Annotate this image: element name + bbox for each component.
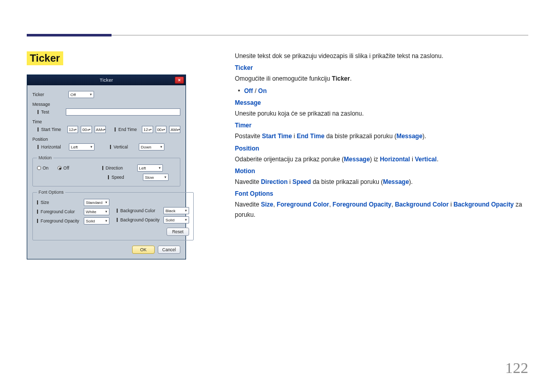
label-ticker: Ticker xyxy=(32,92,68,97)
start-hour-spinner[interactable]: 12▴▾ xyxy=(67,126,78,133)
label-time: Time xyxy=(32,119,68,124)
page-heading: Ticker xyxy=(27,51,63,65)
chevron-down-icon: ▾ xyxy=(159,166,161,170)
p-message: Unesite poruku koja će se prikazati na z… xyxy=(235,109,528,119)
top-divider xyxy=(27,35,528,35)
p-ticker: Omogućite ili onemogućite funkciju Ticke… xyxy=(235,74,528,84)
label-message: Message xyxy=(32,102,68,107)
label-bg-opacity: Background Opacity xyxy=(117,217,160,222)
bullet-off-on: Off / On xyxy=(235,86,528,96)
group-font-options: Font Options SizeStandard▾ Foreground Co… xyxy=(32,190,194,240)
h-motion: Motion xyxy=(235,167,255,175)
label-speed: Speed xyxy=(108,175,134,180)
size-dropdown[interactable]: Standard▾ xyxy=(84,199,109,206)
fg-opacity-dropdown[interactable]: Solid▾ xyxy=(84,217,109,225)
row-message: Test xyxy=(32,107,180,117)
dialog-body: Ticker Off▾ Message Test Time Start Time… xyxy=(27,85,186,259)
legend-motion: Motion xyxy=(37,155,53,160)
h-position: Position xyxy=(235,145,259,152)
page-number: 122 xyxy=(505,359,528,377)
motion-off-radio[interactable]: Off xyxy=(58,165,69,171)
h-timer: Timer xyxy=(235,122,251,129)
horizontal-dropdown[interactable]: Left▾ xyxy=(69,143,95,151)
close-icon[interactable]: × xyxy=(175,77,184,84)
page: Ticker Ticker × Ticker Off▾ Message Test xyxy=(0,0,555,392)
cancel-button[interactable]: Cancel xyxy=(158,246,180,254)
end-min-spinner[interactable]: 00▴▾ xyxy=(156,126,166,133)
label-start-time: Start Time xyxy=(38,127,65,132)
intro-text: Unesite tekst dok se prikazuju videozapi… xyxy=(235,51,528,61)
dialog-footer: OK Cancel xyxy=(32,240,180,254)
chevron-down-icon: ▾ xyxy=(105,219,107,223)
p-motion: Navedite Direction i Speed da biste prik… xyxy=(235,177,528,187)
chevron-down-icon: ▾ xyxy=(90,92,92,97)
label-bg-color: Background Color xyxy=(117,208,160,213)
ticker-dialog: Ticker × Ticker Off▾ Message Test xyxy=(27,74,186,259)
dialog-title: Ticker xyxy=(100,78,113,83)
fg-color-dropdown[interactable]: White▾ xyxy=(84,208,109,215)
direction-dropdown[interactable]: Left▾ xyxy=(137,164,163,172)
end-ampm-spinner[interactable]: AM▴▾ xyxy=(169,126,180,133)
legend-font-options: Font Options xyxy=(37,190,65,195)
label-fg-color: Foreground Color xyxy=(37,209,81,214)
label-end-time: End Time xyxy=(115,127,139,132)
row-position: Horizontal Left▾ Vertical Down▾ xyxy=(32,142,180,152)
label-size: Size xyxy=(37,200,81,205)
message-input[interactable] xyxy=(66,108,180,116)
p-position: Odaberite orijentaciju za prikaz poruke … xyxy=(235,155,528,164)
label-test: Test xyxy=(38,109,66,115)
p-font: Navedite Size, Foreground Color, Foregro… xyxy=(235,200,528,219)
label-direction: Direction xyxy=(102,165,128,171)
ticker-dropdown[interactable]: Off▾ xyxy=(68,91,94,98)
bg-opacity-dropdown[interactable]: Solid▾ xyxy=(163,216,189,223)
vertical-dropdown[interactable]: Down▾ xyxy=(139,143,164,151)
dialog-titlebar: Ticker × xyxy=(27,75,186,85)
start-min-spinner[interactable]: 00▴▾ xyxy=(81,126,91,133)
right-column: Unesite tekst dok se prikazuju videozapi… xyxy=(230,51,528,259)
h-ticker: Ticker xyxy=(235,64,253,71)
chevron-down-icon: ▾ xyxy=(160,145,162,149)
chevron-down-icon: ▾ xyxy=(90,145,92,149)
start-ampm-spinner[interactable]: AM▴▾ xyxy=(95,126,106,133)
row-ticker: Ticker Off▾ xyxy=(32,89,180,100)
content-area: Ticker Ticker × Ticker Off▾ Message Test xyxy=(27,51,528,259)
label-fg-opacity: Foreground Opacity xyxy=(37,218,81,223)
ok-button[interactable]: OK xyxy=(132,246,155,254)
label-vertical: Vertical xyxy=(110,144,136,150)
label-position: Position xyxy=(32,137,68,142)
p-timer: Postavite Start Time i End Time da biste… xyxy=(235,132,528,141)
chevron-down-icon: ▾ xyxy=(105,210,107,214)
label-horizontal: Horizontal xyxy=(38,144,66,150)
h-message: Message xyxy=(235,99,261,106)
bg-color-dropdown[interactable]: Black▾ xyxy=(163,207,189,214)
h-font: Font Options xyxy=(235,190,273,197)
row-time: Start Time 12▴▾ 00▴▾ AM▴▾ End Time 12▴▾ … xyxy=(32,124,180,135)
end-hour-spinner[interactable]: 12▴▾ xyxy=(142,126,153,133)
speed-dropdown[interactable]: Slow▾ xyxy=(143,174,169,181)
chevron-down-icon: ▾ xyxy=(185,209,187,213)
chevron-down-icon: ▾ xyxy=(105,200,107,204)
reset-button[interactable]: Reset xyxy=(166,228,189,236)
group-motion: Motion On Off Direction Left▾ Speed Slow… xyxy=(32,155,180,186)
chevron-down-icon: ▾ xyxy=(164,175,166,179)
motion-on-radio[interactable]: On xyxy=(37,165,48,171)
chevron-down-icon: ▾ xyxy=(185,218,187,222)
left-column: Ticker Ticker × Ticker Off▾ Message Test xyxy=(27,51,230,259)
